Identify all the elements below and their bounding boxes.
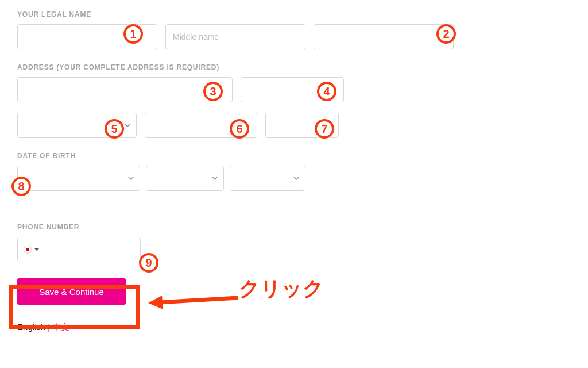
dob-day-select[interactable] <box>146 166 224 191</box>
last-name-input[interactable] <box>314 24 454 49</box>
phone-row <box>17 237 459 262</box>
japan-flag-icon <box>24 246 32 254</box>
address-postal-input[interactable] <box>145 113 257 138</box>
legal-name-label: YOUR LEGAL NAME <box>17 10 459 18</box>
legal-name-row <box>17 24 459 49</box>
first-name-input[interactable] <box>17 24 157 49</box>
address-row-1 <box>17 77 459 102</box>
dob-label: DATE OF BIRTH <box>17 152 459 160</box>
address-city-input[interactable] <box>241 77 344 102</box>
address-state-select[interactable] <box>17 113 137 138</box>
middle-name-input[interactable] <box>165 24 305 49</box>
caret-down-icon <box>34 248 39 251</box>
address-country-input[interactable] <box>265 113 339 138</box>
language-zh-link[interactable]: 中文 <box>52 322 69 332</box>
phone-label: PHONE NUMBER <box>17 223 459 231</box>
dob-month-select[interactable] <box>17 166 140 191</box>
address-row-2 <box>17 113 459 138</box>
address-line1-input[interactable] <box>17 77 233 102</box>
form-container: YOUR LEGAL NAME ADDRESS (YOUR COMPLETE A… <box>0 0 477 368</box>
address-label: ADDRESS (YOUR COMPLETE ADDRESS IS REQUIR… <box>17 63 459 71</box>
language-switcher: English | 中文 <box>17 322 459 333</box>
dob-row <box>17 166 459 191</box>
dob-year-select[interactable] <box>230 166 305 191</box>
language-en-link[interactable]: English <box>17 322 45 332</box>
phone-input[interactable] <box>17 237 141 262</box>
save-continue-button[interactable]: Save & Continue <box>17 278 126 305</box>
right-sidebar <box>477 0 588 368</box>
